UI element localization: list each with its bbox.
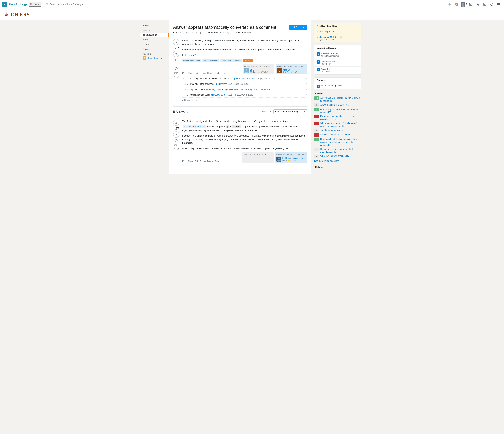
linked-link-5[interactable]: Why was my apparently "trivial answer" c… <box>320 122 361 128</box>
comment-1-author[interactable]: Lightness Races in Orbit <box>233 77 256 80</box>
comment-3-flag[interactable]: ⚑ <box>305 88 307 91</box>
answer-vote-up-button[interactable]: ▲ <box>173 119 179 126</box>
comment-2-author[interactable]: paulmorriss <box>216 83 227 85</box>
sidebar-item-users[interactable]: Users <box>140 42 169 47</box>
flag-link[interactable]: Flag <box>221 72 225 74</box>
answer-edit-link[interactable]: Edit <box>195 160 198 163</box>
comment-3: 16 ▲ @paulmorriss: It absolutely is not.… <box>182 87 307 92</box>
pencil-icon-1: ✏ <box>316 30 318 33</box>
answer-body: This feature is really undesirable. Some… <box>182 119 307 163</box>
event-2-name[interactable]: Some Election <box>321 60 336 63</box>
sort-select[interactable]: Highest score (default) Date modified (n… <box>273 109 307 114</box>
comment-1-text: It's a bug in the Stack Overflow develop… <box>190 77 304 80</box>
answer-delete-link[interactable]: Delete <box>207 160 213 163</box>
linked-link-9[interactable]: Comment on a question without 50 reputat… <box>320 148 361 154</box>
diamond-icon-btn[interactable] <box>447 1 453 8</box>
hamburger-icon-btn[interactable] <box>495 1 502 8</box>
sidebar-item-home[interactable]: Home <box>140 23 169 28</box>
comment-1-flag[interactable]: ⚑ <box>305 77 307 80</box>
answer-mod-link[interactable]: Mod <box>182 160 186 163</box>
linked-link-7[interactable]: Answer converted to a comment <box>320 133 350 136</box>
answer-history-button[interactable] <box>175 139 178 143</box>
share-link[interactable]: Share <box>188 72 193 74</box>
featured-question-link[interactable]: Meta featured question <box>321 84 343 87</box>
svg-point-32 <box>245 72 248 73</box>
comment-count-button[interactable]: 6 <box>174 72 178 74</box>
help-icon-btn[interactable]: ? <box>489 1 495 8</box>
sidebar-item-companies[interactable]: Companies <box>140 47 169 51</box>
tag-answers-as-comments[interactable]: answers-as-comments <box>220 59 242 62</box>
linked-item-3: 2 How to stop "Trivial answer converted … <box>314 108 361 114</box>
delete-link[interactable]: Delete <box>214 72 220 74</box>
comment-4-author[interactable]: Alex <box>228 94 232 96</box>
achievements-icon-btn[interactable] <box>475 1 481 8</box>
create-team-label: Create free Team <box>147 57 164 59</box>
tag-link-only-answers[interactable]: link-only-answers <box>202 59 219 62</box>
comment-1-upvote[interactable]: ▲ <box>187 77 189 80</box>
answer-count-button[interactable]: 15 <box>174 76 179 78</box>
blog-link-1[interactable]: MSE blog -- title <box>319 30 334 33</box>
comment-2-flag[interactable]: ⚑ <box>305 82 307 86</box>
answer-flag-link[interactable]: Flag <box>215 160 219 163</box>
linked-link-3[interactable]: How to stop "Trivial answer converted to… <box>320 108 361 114</box>
answer-code-link[interactable]: var_is_deprecated <box>183 125 206 128</box>
answer-comment-count-btn[interactable]: 3 <box>174 144 178 147</box>
see-more-linked-link[interactable]: See more linked questions <box>314 159 339 163</box>
avatar-button[interactable]: 2 <box>461 1 467 8</box>
linked-link-1[interactable]: Autoconvert site-internal-link-only answ… <box>320 96 361 102</box>
inbox-icon-btn[interactable] <box>468 1 474 8</box>
answer-share-link[interactable]: Share <box>188 160 193 163</box>
event-1-name[interactable]: Some other Event <box>321 52 339 55</box>
comment-2-upvote[interactable]: ▲ <box>187 82 189 86</box>
bookmark-button[interactable] <box>175 58 178 63</box>
close-link[interactable]: Close <box>207 72 213 74</box>
sidebar-item-tags[interactable]: Tags <box>140 37 169 42</box>
blog-link-2[interactable]: Sponsored MSE blog title <box>319 36 343 38</box>
editor-details: gnat 11.4k ●25 ●137 ●307 <box>250 69 269 73</box>
linked-link-4[interactable]: My answer to a question keeps being post… <box>320 115 361 121</box>
svg-text:?: ? <box>491 3 492 5</box>
search-input[interactable] <box>44 2 166 7</box>
event-1: 🗓 Some other Event ends in 59 minutes <box>315 51 361 59</box>
notification-badge[interactable]: 5 <box>454 1 460 8</box>
answer-code-3: $idgen <box>232 125 242 128</box>
vote-down-button[interactable]: ▼ <box>173 51 179 57</box>
sidebar-item-questions[interactable]: Questions <box>140 33 169 37</box>
ask-question-button[interactable]: Ask Question <box>289 25 307 30</box>
add-comment-link[interactable]: Add a comment <box>182 98 197 102</box>
answer-answer-count-btn[interactable]: 10 <box>174 148 179 150</box>
answer-vote-down-button[interactable]: ▼ <box>173 131 179 138</box>
products-button[interactable]: Products <box>28 2 41 7</box>
linked-score-7: -6 <box>314 133 319 137</box>
mod-link[interactable]: Mod <box>182 72 186 74</box>
vote-up-button[interactable]: ▲ <box>173 39 179 45</box>
answer-para-2: "var_is_deprecated, and you forgot the $… <box>182 125 307 132</box>
tag-convert-to-comment[interactable]: convert-to-comment <box>182 59 201 62</box>
follow-link[interactable]: Follow <box>200 72 206 74</box>
history-button[interactable] <box>175 67 178 71</box>
stackexchange-logo-icon: ≡ <box>2 2 7 7</box>
answer-follow-link[interactable]: Follow <box>200 160 206 163</box>
linked-score-10: 0 <box>314 154 319 158</box>
site-logo-link[interactable]: ≡ Stack Exchange <box>2 2 27 7</box>
comment-3-author[interactable]: Lightness Races in Orbit <box>224 88 247 91</box>
svg-point-42 <box>277 160 280 162</box>
review-icon-btn[interactable] <box>482 1 488 8</box>
linked-link-2[interactable]: Answers turning into comments <box>320 103 350 106</box>
edit-tags-link[interactable]: Edit tags <box>243 59 252 62</box>
comment-3-link[interactable]: It absolutely is not. <box>204 88 222 91</box>
edit-link[interactable]: Edit <box>195 72 198 74</box>
create-team-button[interactable]: T Create free Team <box>143 56 166 60</box>
event-3-name[interactable]: Some Event <box>321 68 333 71</box>
answer-footer: Mod Share Edit Follow Delete Flag edited… <box>182 153 307 163</box>
linked-link-10[interactable]: What's wrong with my answer? <box>320 154 349 157</box>
svg-text:T: T <box>144 57 145 59</box>
linked-link-8[interactable]: How does Stack Exchange decide if an ans… <box>320 138 361 146</box>
question-body: I posted an answer (pointing to another … <box>182 39 307 102</box>
comment-3-upvote[interactable]: ▲ <box>187 88 189 91</box>
asked-label: Asked 11 years, 7 months ago <box>173 31 205 34</box>
comment-4-flag[interactable]: ⚑ <box>305 93 307 96</box>
linked-link-6[interactable]: Trivial answer conversion <box>320 129 344 132</box>
comment-4-link[interactable]: this workaround <box>210 94 225 96</box>
comment-4-upvote[interactable]: ▲ <box>187 93 189 96</box>
